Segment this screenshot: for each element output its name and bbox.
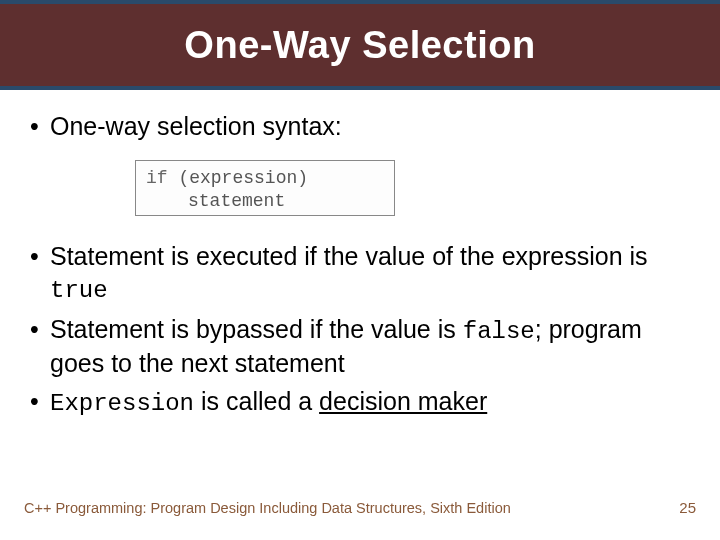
code-box: if (expression) statement bbox=[135, 160, 395, 216]
bullet-text-mono: false bbox=[463, 318, 535, 345]
slide-title: One-Way Selection bbox=[184, 24, 535, 67]
code-rest: (expression) bbox=[168, 168, 308, 188]
bullet-text-pre: Statement is bypassed if the value is bbox=[50, 315, 463, 343]
bullet-text-pre: Statement is executed if the value of th… bbox=[50, 242, 648, 270]
bullet-text: One-way selection syntax: bbox=[50, 112, 342, 140]
bullet-text-mono: true bbox=[50, 277, 108, 304]
code-line-2: statement bbox=[146, 190, 384, 213]
code-keyword: if bbox=[146, 168, 168, 188]
title-band: One-Way Selection bbox=[0, 0, 720, 90]
bullet-item: Expression is called a decision maker bbox=[24, 385, 696, 420]
slide: One-Way Selection One-way selection synt… bbox=[0, 0, 720, 540]
bullet-list-top: One-way selection syntax: bbox=[24, 110, 696, 142]
body-top: One-way selection syntax: bbox=[24, 110, 696, 148]
bullet-item: One-way selection syntax: bbox=[24, 110, 696, 142]
footer: C++ Programming: Program Design Includin… bbox=[24, 499, 696, 516]
bullet-item: Statement is executed if the value of th… bbox=[24, 240, 696, 307]
bullet-item: Statement is bypassed if the value is fa… bbox=[24, 313, 696, 380]
code-line-1: if (expression) bbox=[146, 167, 384, 190]
bullet-text-underlined: decision maker bbox=[319, 387, 487, 415]
bullet-list-bottom: Statement is executed if the value of th… bbox=[24, 240, 696, 420]
bullet-text-mono: Expression bbox=[50, 390, 194, 417]
bullet-text-post: is called a bbox=[194, 387, 319, 415]
footer-page-number: 25 bbox=[679, 499, 696, 516]
footer-book-title: C++ Programming: Program Design Includin… bbox=[24, 500, 511, 516]
body-bottom: Statement is executed if the value of th… bbox=[24, 240, 696, 426]
